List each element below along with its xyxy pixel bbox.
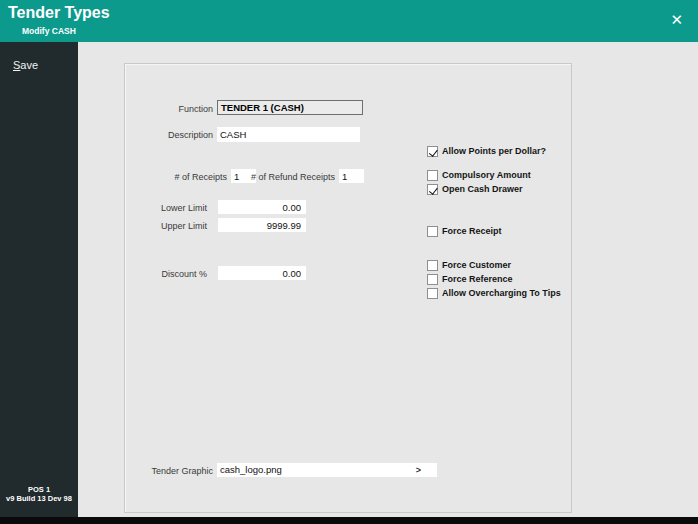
upper-limit-label: Upper Limit — [80, 219, 207, 233]
description-input[interactable] — [217, 127, 360, 142]
close-icon[interactable]: ✕ — [670, 11, 683, 29]
page-subtitle: Modify CASH — [22, 26, 76, 36]
checkbox-allow-overcharging-to-tips[interactable] — [427, 288, 438, 299]
num-receipts-label: # of Receipts — [80, 170, 227, 184]
sidebar: Save POS 1 v9 Build 13 Dev 98 — [0, 42, 78, 517]
upper-limit-input[interactable] — [218, 218, 306, 232]
version-info: POS 1 v9 Build 13 Dev 98 — [0, 485, 78, 503]
pos-terminal-label: POS 1 — [0, 485, 78, 494]
checkbox-label[interactable]: Compulsory Amount — [442, 170, 531, 181]
title-bar: Tender Types Modify CASH ✕ — [0, 0, 698, 42]
save-button[interactable]: Save — [13, 59, 38, 71]
num-refund-receipts-label: # of Refund Receipts — [230, 170, 335, 184]
lower-limit-label: Lower Limit — [80, 201, 207, 215]
tender-graphic-label: Tender Graphic — [80, 464, 213, 478]
checkbox-label[interactable]: Force Reference — [442, 274, 513, 285]
function-field: TENDER 1 (CASH) — [217, 100, 363, 115]
discount-percent-input[interactable] — [218, 266, 306, 280]
checkbox-label[interactable]: Force Receipt — [442, 226, 502, 237]
checkbox-label[interactable]: Allow Overcharging To Tips — [442, 288, 561, 299]
checkbox-label[interactable]: Force Customer — [442, 260, 511, 271]
checkbox-allow-points-per-dollar[interactable] — [427, 146, 438, 157]
num-refund-receipts-input[interactable] — [339, 169, 364, 183]
checkbox-label[interactable]: Allow Points per Dollar? — [442, 146, 546, 157]
discount-percent-label: Discount % — [80, 267, 207, 281]
checkbox-compulsory-amount[interactable] — [427, 170, 438, 181]
build-version-label: v9 Build 13 Dev 98 — [0, 494, 78, 503]
description-label: Description — [80, 128, 213, 142]
checkbox-label[interactable]: Open Cash Drawer — [442, 184, 523, 195]
checkbox-force-reference[interactable] — [427, 274, 438, 285]
lower-limit-input[interactable] — [218, 200, 306, 214]
bottom-strip — [0, 517, 698, 524]
tender-graphic-filename: cash_logo.png — [220, 463, 282, 477]
checkbox-open-cash-drawer[interactable] — [427, 184, 438, 195]
browse-arrow-icon[interactable]: > — [416, 463, 421, 477]
function-label: Function — [80, 102, 213, 116]
tender-graphic-field[interactable]: cash_logo.png > — [217, 463, 437, 477]
page-title: Tender Types — [8, 4, 110, 22]
checkbox-force-customer[interactable] — [427, 260, 438, 271]
checkbox-force-receipt[interactable] — [427, 226, 438, 237]
